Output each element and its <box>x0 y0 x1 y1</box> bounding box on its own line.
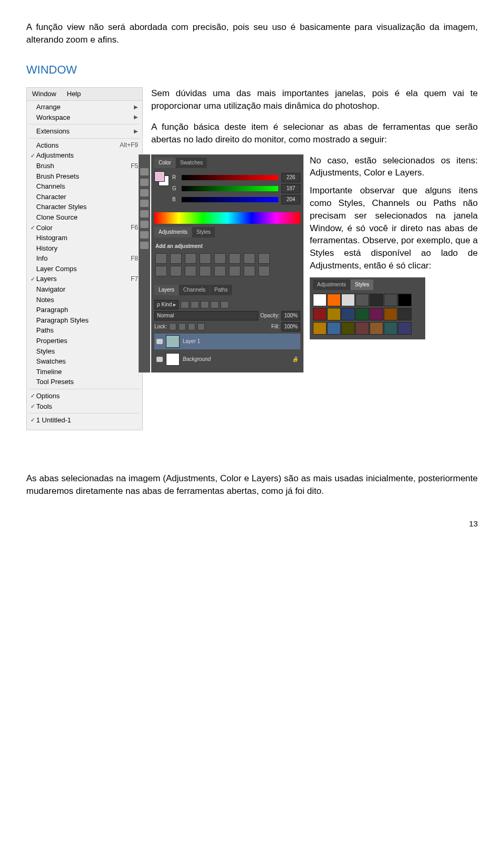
style-swatch[interactable] <box>327 322 341 335</box>
adjustment-icon[interactable] <box>200 266 211 276</box>
menu-item[interactable]: Tool Presets <box>27 377 142 387</box>
style-swatch[interactable] <box>384 322 397 335</box>
menu-tab-help[interactable]: Help <box>61 88 86 100</box>
lock-icon[interactable] <box>178 323 186 330</box>
adjustment-icon[interactable] <box>229 253 240 264</box>
style-swatch[interactable] <box>384 308 397 320</box>
dock-icon[interactable] <box>140 189 149 196</box>
adjustment-icon[interactable] <box>170 266 182 276</box>
style-swatch[interactable] <box>327 308 341 320</box>
adjustment-icon[interactable] <box>229 266 240 276</box>
menu-item[interactable]: Extensions▶ <box>27 126 142 137</box>
fill-value[interactable]: 100% <box>281 322 300 332</box>
menu-item[interactable]: ✓Options <box>27 391 142 401</box>
style-swatch[interactable] <box>355 294 369 306</box>
adjustment-icon[interactable] <box>214 253 226 264</box>
menu-tab-window[interactable]: Window <box>27 88 61 100</box>
layer-kind-select[interactable]: ρ Kind ▸ <box>154 300 178 309</box>
b-value[interactable]: 204 <box>281 195 300 204</box>
style-swatch[interactable] <box>384 294 397 306</box>
style-swatch[interactable] <box>370 308 383 320</box>
menu-item[interactable]: Layer Comps <box>27 264 142 274</box>
tab-channels[interactable]: Channels <box>179 285 209 295</box>
filter-icon[interactable] <box>211 301 219 308</box>
menu-item[interactable]: Channels <box>27 181 142 192</box>
adjustment-icon[interactable] <box>155 266 167 276</box>
tab-styles[interactable]: Styles <box>192 227 215 237</box>
style-swatch[interactable] <box>313 322 327 335</box>
menu-item[interactable]: History <box>27 243 142 254</box>
menu-item[interactable]: Paragraph <box>27 305 142 315</box>
menu-item[interactable]: Swatches <box>27 356 142 367</box>
adjustment-icon[interactable] <box>214 266 226 276</box>
menu-item[interactable]: Workspace▶ <box>27 112 142 123</box>
menu-item[interactable]: Properties <box>27 336 142 346</box>
menu-item[interactable]: Character <box>27 192 142 202</box>
menu-item[interactable]: Notes <box>27 295 142 305</box>
style-swatch[interactable] <box>327 294 341 306</box>
dock-icon[interactable] <box>140 242 149 249</box>
menu-item[interactable]: InfoF8 <box>27 253 142 264</box>
adjustment-icon[interactable] <box>258 266 270 276</box>
style-swatch[interactable] <box>398 308 412 320</box>
tab-color[interactable]: Color <box>154 158 175 168</box>
menu-item[interactable]: ✓LayersF7 <box>27 274 142 284</box>
r-slider[interactable] <box>182 175 278 180</box>
adjustment-icon[interactable] <box>244 266 255 276</box>
style-swatch[interactable] <box>341 294 355 306</box>
filter-icon[interactable] <box>191 301 199 308</box>
menu-item[interactable]: Arrange▶ <box>27 102 142 112</box>
foreground-background-swatch[interactable] <box>154 171 169 186</box>
adjustment-icon[interactable] <box>155 253 167 264</box>
dock-icon[interactable] <box>140 231 149 239</box>
style-swatch[interactable] <box>370 294 383 306</box>
tab-layers[interactable]: Layers <box>154 285 178 295</box>
style-swatch[interactable] <box>355 308 369 320</box>
adjustment-icon[interactable] <box>200 253 211 264</box>
menu-item[interactable]: Timeline <box>27 367 142 377</box>
style-swatch[interactable] <box>370 322 383 335</box>
menu-item[interactable]: ✓ColorF6 <box>27 223 142 233</box>
menu-item[interactable]: ActionsAlt+F9 <box>27 140 142 151</box>
color-spectrum[interactable] <box>154 212 300 224</box>
style-swatch[interactable] <box>313 308 327 320</box>
style-swatch[interactable] <box>341 308 355 320</box>
menu-item[interactable]: Paths <box>27 325 142 336</box>
dock-icon[interactable] <box>140 210 149 218</box>
b-slider[interactable] <box>182 197 278 202</box>
g-value[interactable]: 187 <box>281 184 300 193</box>
menu-item[interactable]: ✓1 Untitled-1 <box>27 415 142 426</box>
tab-adjustments[interactable]: Adjustments <box>313 279 350 290</box>
filter-icon[interactable] <box>201 301 209 308</box>
lock-icon[interactable] <box>169 323 176 330</box>
dock-icon[interactable] <box>140 221 149 228</box>
dock-icon[interactable] <box>140 168 149 175</box>
style-swatch[interactable] <box>398 294 412 306</box>
adjustment-icon[interactable] <box>244 253 255 264</box>
filter-icon[interactable] <box>220 301 229 308</box>
menu-item[interactable]: ✓Adjustments <box>27 150 142 161</box>
lock-icon[interactable] <box>188 323 195 330</box>
adjustment-icon[interactable] <box>170 253 182 264</box>
menu-item[interactable]: Navigator <box>27 284 142 295</box>
filter-icon[interactable] <box>181 301 189 308</box>
menu-item[interactable]: Styles <box>27 346 142 357</box>
style-swatch[interactable] <box>355 322 369 335</box>
adjustment-icon[interactable] <box>258 253 270 264</box>
menu-item[interactable]: Histogram <box>27 233 142 243</box>
style-swatch[interactable] <box>313 294 327 306</box>
visibility-icon[interactable] <box>156 339 163 344</box>
layer-row[interactable]: Background 🔒 <box>154 351 300 367</box>
visibility-icon[interactable] <box>156 357 163 362</box>
g-slider[interactable] <box>182 186 278 191</box>
tab-paths[interactable]: Paths <box>210 285 232 295</box>
lock-icon[interactable] <box>197 323 205 330</box>
adjustment-icon[interactable] <box>185 266 196 276</box>
menu-item[interactable]: ✓Tools <box>27 401 142 412</box>
tab-styles[interactable]: Styles <box>351 279 373 290</box>
menu-item[interactable]: BrushF5 <box>27 161 142 171</box>
menu-item[interactable]: Character Styles <box>27 202 142 212</box>
style-swatch[interactable] <box>341 322 355 335</box>
opacity-value[interactable]: 100% <box>281 311 300 320</box>
menu-item[interactable]: Paragraph Styles <box>27 315 142 326</box>
